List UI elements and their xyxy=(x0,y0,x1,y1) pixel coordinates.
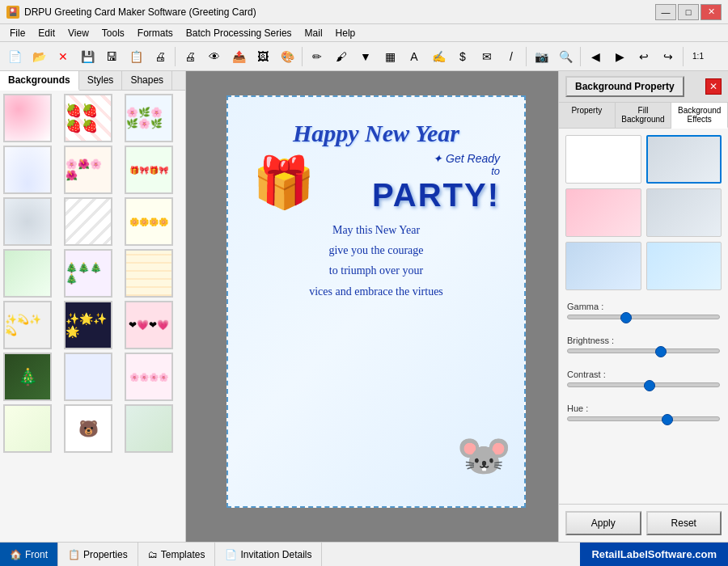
thumbnail-1[interactable] xyxy=(3,94,52,142)
templates-icon: 🗂 xyxy=(148,549,158,560)
preview-btn[interactable]: 👁 xyxy=(203,45,226,68)
close-doc-btn[interactable]: ✕ xyxy=(52,45,74,68)
print-btn[interactable]: 🖨 xyxy=(179,45,201,68)
copy-btn[interactable]: 🖨 xyxy=(149,45,171,68)
thumbnail-20[interactable]: 🐻 xyxy=(64,404,112,453)
status-tab-front[interactable]: 🏠 Front xyxy=(0,543,58,566)
gamma-track[interactable] xyxy=(567,315,720,319)
thumbnail-16[interactable]: 🎄 xyxy=(3,353,52,401)
thumbnail-13[interactable]: ✨💫✨💫 xyxy=(3,301,52,349)
gamma-thumb[interactable] xyxy=(620,312,632,323)
symbol-btn[interactable]: $ xyxy=(451,45,474,68)
open-btn[interactable]: 📂 xyxy=(28,45,50,68)
thumbnail-2[interactable]: 🍓🍓🍓🍓 xyxy=(64,94,112,142)
swatch-white[interactable] xyxy=(565,135,641,184)
color-btn[interactable]: 🎨 xyxy=(276,45,298,68)
contrast-track[interactable] xyxy=(567,382,720,387)
panel-title-button[interactable]: Background Property xyxy=(565,76,684,97)
status-tab-properties[interactable]: 📋 Properties xyxy=(58,543,138,566)
thumbnail-11[interactable]: 🎄🎄🎄🎄 xyxy=(64,249,112,298)
thumbnail-15[interactable]: ❤💗❤💗 xyxy=(125,301,173,349)
thumbnail-4[interactable] xyxy=(3,146,52,194)
front-icon: 🏠 xyxy=(10,549,22,560)
brightness-section: Brightness : xyxy=(559,331,728,365)
zoom-btn[interactable]: 1:1 xyxy=(687,45,709,68)
new-btn[interactable]: 📄 xyxy=(3,45,26,68)
thumbnail-7[interactable] xyxy=(3,197,52,246)
image-btn[interactable]: 🖼 xyxy=(252,45,274,68)
brightness-thumb[interactable] xyxy=(655,346,667,357)
tab-shapes[interactable]: Shapes xyxy=(122,71,172,90)
barcode-btn[interactable]: ▦ xyxy=(379,45,401,68)
party-text: PARTY! xyxy=(372,177,500,213)
save2-btn[interactable]: 🖫 xyxy=(100,45,123,68)
card-heading: Happy New Year xyxy=(293,120,459,147)
reset-button[interactable]: Reset xyxy=(646,511,722,535)
undo-btn[interactable]: ↩ xyxy=(633,45,655,68)
panel-close-button[interactable]: ✕ xyxy=(705,78,722,95)
hue-track[interactable] xyxy=(567,416,720,421)
save-btn[interactable]: 💾 xyxy=(76,45,99,68)
swatch-pink[interactable] xyxy=(565,188,641,237)
contrast-thumb[interactable] xyxy=(644,380,655,391)
thumbnail-6[interactable]: 🎁🎀🎁🎀 xyxy=(125,146,173,194)
maximize-button[interactable]: □ xyxy=(678,4,699,20)
menubar: File Edit View Tools Formats Batch Proce… xyxy=(0,24,728,42)
dropdown-btn[interactable]: ▼ xyxy=(354,45,377,68)
swatch-silver2[interactable] xyxy=(646,188,722,237)
brightness-track[interactable] xyxy=(567,348,720,353)
thumbnail-14[interactable]: ✨🌟✨🌟 xyxy=(64,301,112,349)
right-panel: Background Property ✕ Property Fill Back… xyxy=(558,71,728,542)
menu-edit[interactable]: Edit xyxy=(32,26,61,40)
tab-styles[interactable]: Styles xyxy=(79,71,123,90)
prop-tab-fill[interactable]: Fill Background xyxy=(616,103,672,128)
camera-btn[interactable]: 📷 xyxy=(530,45,552,68)
thumbnail-17[interactable] xyxy=(64,353,112,401)
export-btn[interactable]: 📤 xyxy=(227,45,250,68)
hue-label: Hue : xyxy=(567,403,720,413)
text-btn[interactable]: A xyxy=(403,45,425,68)
thumbnail-18[interactable]: 🌸🌸🌸🌸 xyxy=(125,353,173,401)
swatch-silver[interactable] xyxy=(646,135,722,184)
menu-view[interactable]: View xyxy=(61,26,95,40)
scan-btn[interactable]: 🔍 xyxy=(554,45,577,68)
hue-thumb[interactable] xyxy=(662,414,673,425)
email-btn[interactable]: ✉ xyxy=(476,45,498,68)
tab-backgrounds[interactable]: Backgrounds xyxy=(0,71,79,91)
swatch-blue2[interactable] xyxy=(646,242,722,290)
menu-file[interactable]: File xyxy=(3,26,32,40)
line-btn[interactable]: / xyxy=(500,45,523,68)
minimize-button[interactable]: — xyxy=(655,4,676,20)
close-button[interactable]: ✕ xyxy=(700,4,722,20)
saveas-btn[interactable]: 📋 xyxy=(125,45,147,68)
canvas-area[interactable]: Happy New Year 🎁 ✦ Get Ready to PARTY! M… xyxy=(186,71,558,542)
thumbnail-3[interactable]: 🌸🌿🌸🌿🌸🌿 xyxy=(125,94,173,142)
thumbnail-5[interactable]: 🌸🌺🌸🌺 xyxy=(64,146,112,194)
back-btn[interactable]: ◀ xyxy=(584,45,607,68)
status-tab-invitation[interactable]: 📄 Invitation Details xyxy=(215,543,322,566)
menu-help[interactable]: Help xyxy=(329,26,362,40)
swatch-lightblue[interactable] xyxy=(565,242,641,290)
apply-button[interactable]: Apply xyxy=(565,511,641,535)
gamma-section: Gamma : xyxy=(559,297,728,331)
card-body: May this New Year give you the courage t… xyxy=(244,220,508,302)
brush-btn[interactable]: 🖌 xyxy=(330,45,353,68)
menu-tools[interactable]: Tools xyxy=(95,26,131,40)
redo-btn[interactable]: ↪ xyxy=(657,45,679,68)
prop-tab-property[interactable]: Property xyxy=(559,103,616,128)
wordart-btn[interactable]: ✍ xyxy=(427,45,450,68)
thumbnail-9[interactable]: 🌼🌼🌼🌼 xyxy=(125,197,173,246)
greeting-card[interactable]: Happy New Year 🎁 ✦ Get Ready to PARTY! M… xyxy=(226,95,526,508)
menu-formats[interactable]: Formats xyxy=(131,26,180,40)
prop-tab-effects[interactable]: Background Effects xyxy=(671,103,728,129)
thumbnail-8[interactable] xyxy=(64,197,112,246)
menu-mail[interactable]: Mail xyxy=(298,26,329,40)
status-tab-templates[interactable]: 🗂 Templates xyxy=(138,543,216,566)
thumbnail-12[interactable] xyxy=(125,249,173,298)
thumbnail-10[interactable] xyxy=(3,249,52,298)
forward-btn[interactable]: ▶ xyxy=(608,45,631,68)
thumbnail-21[interactable] xyxy=(125,404,173,453)
pencil-btn[interactable]: ✏ xyxy=(306,45,328,68)
thumbnail-19[interactable] xyxy=(3,404,52,453)
menu-batch[interactable]: Batch Processing Series xyxy=(180,26,298,40)
